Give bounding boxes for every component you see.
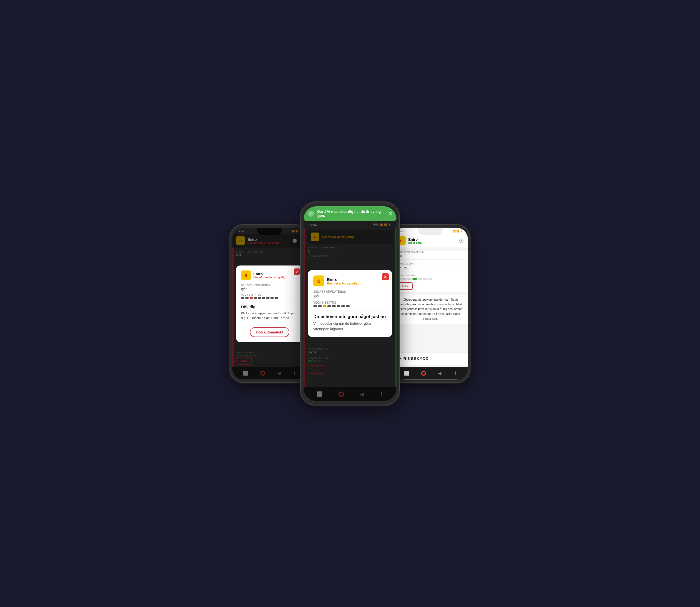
phone-right: 11:31 📶 🛜 🔋 e Eniro Du är dold! 🕐 S [391, 225, 470, 382]
content-right: SENAST UPPDATERAD Igår HEMLIG SEDAN En d… [393, 251, 468, 292]
toast-check-icon: ✓ [308, 211, 314, 217]
dot4 [254, 297, 257, 298]
notch-right [418, 228, 443, 234]
modal-logo-row-left: e Eniro Din information är synlig [241, 270, 298, 280]
hemlig-value-right: En dag [397, 265, 464, 269]
modal-overlay-center: ✕ e Eniro Bearbetar borttagning... SENAS… [303, 206, 397, 401]
riksskydd-footer: 🛡 RIKSSKYDD [393, 352, 468, 364]
toast-text: Klart! Vi meddelar dig när du är synlig … [317, 210, 386, 218]
hemlig-label-right: HEMLIG SEDAN [397, 262, 464, 265]
nav-square-right[interactable]: ⬜ [404, 370, 409, 376]
eniro-title-right: Eniro [408, 237, 457, 241]
modal-logo-left: e [241, 270, 251, 280]
toast-close-icon[interactable]: ✕ [388, 211, 392, 216]
modal-body-center: Vi meddelar dig när du behöver göra ytte… [313, 321, 387, 332]
modal-vecko-label-center: VECKO-STATUS [313, 301, 387, 304]
notice-text-right: Observera att upplysningssidor har rätt … [397, 297, 464, 321]
modal-subtitle-left: Din information är synlig [253, 276, 285, 279]
phone-right-screen: 11:31 📶 🛜 🔋 e Eniro Du är dold! 🕐 S [393, 228, 468, 379]
divider-left [241, 301, 298, 301]
vecko-label-right: VECKO-STATUS [397, 274, 464, 276]
dot5 [258, 297, 261, 298]
modal-close-center[interactable]: ✕ [382, 273, 389, 280]
modal-title-left: Eniro [253, 272, 285, 276]
modal-dots-center [313, 305, 387, 307]
modal-body-left: Klicka på knappen nedan för att dölja di… [241, 311, 298, 320]
phone-left-screen: 17:02 📶 🛜 🔋 e Eniro Din information är s… [232, 228, 307, 379]
eniro-subtitle-right: Du är dold! [408, 241, 457, 244]
modal-close-left[interactable]: ✕ [294, 268, 300, 274]
nav-circle-right[interactable]: ⭕ [421, 370, 426, 376]
wifi-icon-right: 🛜 [457, 230, 459, 232]
modal-card-center: ✕ e Eniro Bearbetar borttagning... SENAS… [308, 270, 392, 337]
battery-icon-right: 🔋 [460, 230, 463, 232]
senast-label-right: SENAST UPPDATERAD [397, 251, 464, 253]
divider-center [313, 310, 387, 311]
modal-overlay-left: ✕ e Eniro Din information är synlig SENA… [232, 228, 307, 379]
modal-senast-label-center: SENAST UPPDATERAD [313, 290, 387, 293]
hide-auto-button[interactable]: Dölj automatiskt [250, 327, 290, 337]
modal-vecko-label-left: VECKO-STATUS [241, 293, 298, 296]
toast-notification: ✓ Klart! Vi meddelar dig när du är synli… [303, 206, 397, 221]
modal-senast-label-left: SENAST UPPDATERAD [241, 284, 298, 286]
app-header-right: e Eniro Du är dold! 🕐 [393, 234, 468, 248]
dot9 [275, 297, 278, 298]
clock-icon-right: 🕐 [459, 238, 464, 243]
notice-section-right: Observera att upplysningssidor har rätt … [393, 294, 468, 324]
status-icons-right: 📶 🛜 🔋 [453, 230, 463, 232]
modal-senast-value-center: Igår [313, 294, 387, 298]
bottom-nav-right: ⬜ ⭕ ◀ ⬇ [393, 367, 468, 379]
dot8 [271, 297, 274, 298]
divider2-right [397, 271, 464, 271]
modal-senast-value-left: Igår [241, 287, 298, 291]
nav-down-right[interactable]: ⬇ [453, 370, 457, 376]
signal-icon-right: 📶 [453, 230, 455, 232]
phone-left: 17:02 📶 🛜 🔋 e Eniro Din information är s… [230, 225, 309, 382]
dot6 [262, 297, 266, 298]
modal-logo-row-center: e Eniro Bearbetar borttagning... [313, 275, 387, 287]
modal-title-center: Eniro [327, 277, 361, 282]
dot3 [249, 297, 253, 298]
modal-logo-center: e [313, 275, 324, 287]
senast-value-right: Igår [397, 254, 464, 257]
riksskydd-text: RIKSSKYDD [403, 356, 429, 361]
phone-center: ✓ Klart! Vi meddelar dig när du är synli… [301, 203, 399, 405]
phone-center-screen: ✓ Klart! Vi meddelar dig när du är synli… [303, 206, 397, 401]
dot2 [245, 297, 249, 298]
modal-heading-center: Du behöver inte göra något just nu [313, 314, 387, 319]
scene: 17:02 📶 🛜 🔋 e Eniro Din information är s… [199, 203, 501, 405]
info-button-right[interactable]: Info [397, 282, 412, 290]
divider3-right [397, 292, 464, 292]
dot1 [241, 297, 245, 298]
nav-back-right[interactable]: ◀ [438, 370, 442, 376]
dots-right [397, 278, 464, 279]
dot7 [266, 297, 270, 298]
modal-subtitle-center: Bearbetar borttagning... [327, 282, 361, 285]
modal-dots-left [241, 297, 298, 298]
modal-heading-left: Dölj dig [241, 305, 298, 309]
modal-card-left: ✕ e Eniro Din information är synlig SENA… [236, 265, 303, 342]
